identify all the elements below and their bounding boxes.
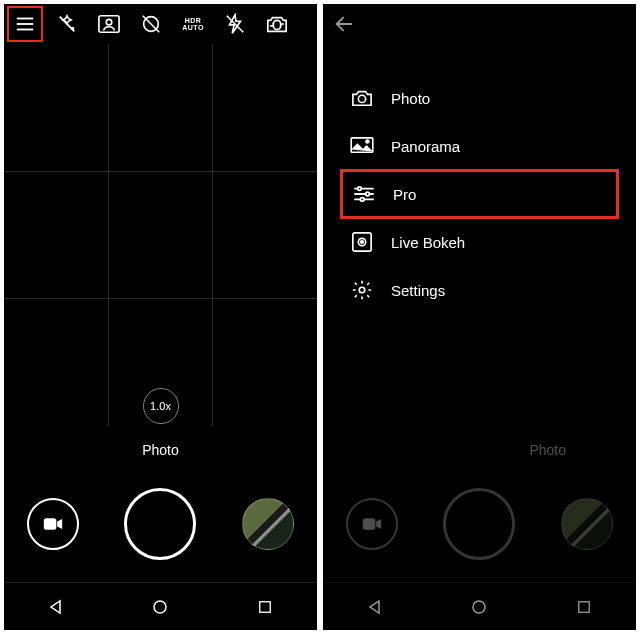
menu-item-label: Photo <box>391 90 430 107</box>
menu-item-label: Live Bokeh <box>391 234 465 251</box>
flash-off-icon[interactable] <box>218 7 252 41</box>
camera-topbar: HDR AUTO <box>4 4 317 44</box>
magic-off-icon[interactable] <box>50 7 84 41</box>
zoom-label: 1.0x <box>150 400 171 412</box>
android-navbar <box>323 582 636 630</box>
back-arrow-icon[interactable] <box>327 7 361 41</box>
video-mode-button[interactable] <box>346 498 398 550</box>
hdr-auto-icon[interactable]: HDR AUTO <box>176 7 210 41</box>
menu-topbar <box>323 4 636 44</box>
shutter-button[interactable] <box>443 488 515 560</box>
svg-line-4 <box>60 17 75 32</box>
svg-rect-30 <box>363 518 376 530</box>
shutter-button[interactable] <box>124 488 196 560</box>
settings-icon <box>349 277 375 303</box>
svg-marker-13 <box>51 601 60 613</box>
svg-line-8 <box>143 16 160 33</box>
svg-point-23 <box>366 192 370 196</box>
svg-point-25 <box>360 198 364 202</box>
filter-off-icon[interactable] <box>134 7 168 41</box>
sliders-icon <box>351 181 377 207</box>
menu-item-label: Settings <box>391 282 445 299</box>
menu-item-photo[interactable]: Photo <box>341 74 618 122</box>
svg-marker-31 <box>376 519 381 529</box>
gallery-thumb[interactable] <box>561 498 613 550</box>
mode-label: Photo <box>142 442 179 458</box>
nav-recent-icon[interactable] <box>573 596 595 618</box>
svg-point-14 <box>154 601 166 613</box>
panorama-icon <box>349 133 375 159</box>
menu-icon[interactable] <box>8 7 42 41</box>
menu-item-label: Pro <box>393 186 416 203</box>
svg-point-28 <box>361 241 364 244</box>
android-navbar <box>4 582 317 630</box>
nav-recent-icon[interactable] <box>254 596 276 618</box>
svg-marker-32 <box>370 601 379 613</box>
svg-rect-34 <box>579 601 590 612</box>
hdr-text-line1: HDR <box>185 17 202 24</box>
camera-icon <box>349 85 375 111</box>
mode-label: Photo <box>529 442 566 458</box>
nav-home-icon[interactable] <box>149 596 171 618</box>
portrait-icon[interactable] <box>92 7 126 41</box>
nav-back-icon[interactable] <box>45 596 67 618</box>
svg-point-21 <box>358 187 362 191</box>
svg-rect-15 <box>260 601 271 612</box>
capture-controls <box>4 488 317 560</box>
menu-item-live-bokeh[interactable]: Live Bokeh <box>341 218 618 266</box>
modes-menu: Photo Panorama Pro Live Bokeh <box>341 74 618 314</box>
nav-home-icon[interactable] <box>468 596 490 618</box>
video-mode-button[interactable] <box>27 498 79 550</box>
camera-modes-screen: Photo Panorama Pro Live Bokeh <box>323 4 636 630</box>
gallery-thumb[interactable] <box>242 498 294 550</box>
capture-controls-dim <box>323 488 636 560</box>
composition-grid <box>4 44 317 426</box>
menu-item-pro[interactable]: Pro <box>341 170 618 218</box>
camera-viewfinder-screen: HDR AUTO 1.0x Photo <box>4 4 317 630</box>
svg-rect-11 <box>44 518 57 530</box>
svg-point-6 <box>106 19 112 25</box>
svg-point-19 <box>366 140 369 143</box>
svg-point-33 <box>473 601 485 613</box>
svg-point-17 <box>358 95 365 102</box>
hdr-text-line2: AUTO <box>182 24 204 31</box>
zoom-indicator[interactable]: 1.0x <box>143 388 179 424</box>
svg-rect-5 <box>99 16 119 33</box>
svg-point-29 <box>359 287 365 293</box>
menu-item-panorama[interactable]: Panorama <box>341 122 618 170</box>
nav-back-icon[interactable] <box>364 596 386 618</box>
menu-item-settings[interactable]: Settings <box>341 266 618 314</box>
menu-item-label: Panorama <box>391 138 460 155</box>
svg-marker-12 <box>57 519 62 529</box>
bokeh-icon <box>349 229 375 255</box>
switch-camera-icon[interactable] <box>260 7 294 41</box>
